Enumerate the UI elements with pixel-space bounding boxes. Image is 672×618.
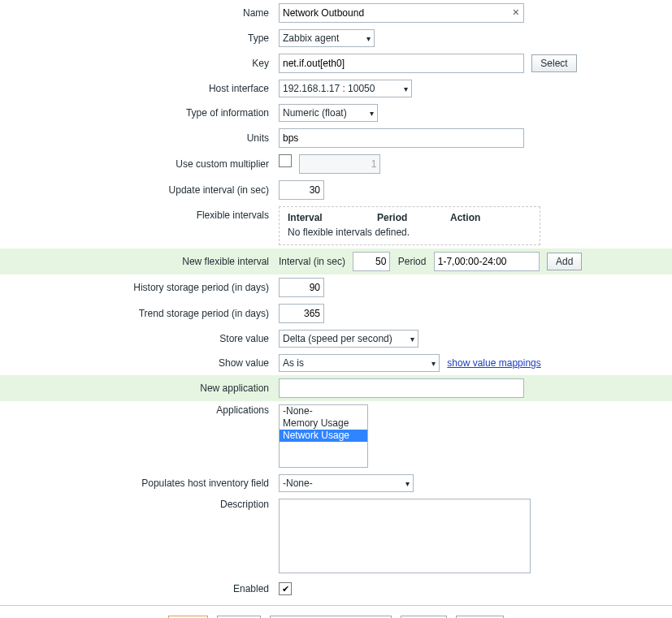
key-label: Key [0, 50, 274, 76]
name-label: Name [0, 0, 274, 26]
chevron-down-icon: ▾ [370, 109, 374, 118]
host-interface-value: 192.168.1.17 : 10050 [283, 83, 375, 94]
populates-inventory-label: Populates host inventory field [0, 471, 274, 495]
description-label: Description [0, 495, 274, 579]
type-of-information-label: Type of information [0, 101, 274, 125]
separator [0, 605, 672, 606]
key-input[interactable] [279, 54, 524, 73]
new-application-label: New application [0, 375, 274, 401]
populates-inventory-select[interactable]: -None- ▾ [279, 474, 414, 492]
use-custom-multiplier-label: Use custom multiplier [0, 151, 274, 177]
applications-option[interactable]: -None- [280, 405, 367, 417]
use-custom-multiplier-checkbox[interactable] [279, 154, 292, 167]
store-value-value: Delta (speed per second) [283, 333, 392, 344]
update-interval-input[interactable] [279, 180, 324, 200]
show-value-mappings-link[interactable]: show value mappings [447, 357, 540, 369]
chevron-down-icon: ▾ [405, 479, 410, 488]
trend-storage-label: Trend storage period (in days) [0, 300, 274, 326]
host-interface-label: Host interface [0, 76, 274, 101]
type-of-information-select[interactable]: Numeric (float) ▾ [279, 104, 378, 122]
store-value-select[interactable]: Delta (speed per second) ▾ [279, 330, 418, 348]
name-input[interactable] [279, 3, 524, 23]
trend-storage-input[interactable] [279, 304, 324, 323]
chevron-down-icon: ▾ [431, 359, 436, 368]
flex-header-action: Action [450, 212, 507, 223]
type-of-information-value: Numeric (float) [283, 107, 347, 119]
type-select[interactable]: Zabbix agent ▾ [279, 29, 375, 47]
type-select-value: Zabbix agent [283, 32, 339, 44]
populates-inventory-value: -None- [283, 478, 313, 489]
applications-option-selected[interactable]: Network Usage [280, 430, 367, 442]
flex-header-interval: Interval [288, 212, 377, 223]
history-storage-label: History storage period (in days) [0, 274, 274, 300]
show-value-label: Show value [0, 351, 274, 375]
store-value-label: Store value [0, 326, 274, 351]
type-label: Type [0, 26, 274, 50]
footer-buttons: Save Clone Clear history and trends Dele… [0, 611, 672, 618]
applications-label: Applications [0, 401, 274, 471]
new-flex-period-label: Period [398, 256, 427, 267]
add-flex-interval-button[interactable]: Add [547, 253, 582, 270]
flex-empty-message: No flexible intervals defined. [288, 227, 531, 238]
units-input[interactable] [279, 128, 524, 148]
show-value-value: As is [283, 357, 304, 369]
history-storage-input[interactable] [279, 278, 324, 297]
show-value-select[interactable]: As is ▾ [279, 354, 440, 372]
flexible-intervals-box: Interval Period Action No flexible inter… [279, 206, 540, 245]
chevron-down-icon: ▾ [366, 34, 371, 43]
new-flex-interval-label: Interval (in sec) [279, 256, 345, 267]
new-flex-interval-input[interactable] [353, 252, 390, 271]
host-interface-select[interactable]: 192.168.1.17 : 10050 ▾ [279, 80, 412, 97]
chevron-down-icon: ▾ [404, 84, 408, 93]
update-interval-label: Update interval (in sec) [0, 177, 274, 203]
enabled-checkbox[interactable] [279, 582, 292, 595]
new-application-input[interactable] [279, 378, 524, 398]
units-label: Units [0, 125, 274, 151]
select-key-button[interactable]: Select [531, 54, 576, 72]
new-flex-period-input[interactable] [434, 252, 540, 271]
new-flexible-interval-label: New flexible interval [0, 248, 274, 274]
chevron-down-icon: ▾ [410, 335, 414, 344]
enabled-label: Enabled [0, 579, 274, 599]
flex-header-period: Period [377, 212, 450, 223]
flexible-intervals-label: Flexible intervals [0, 203, 274, 248]
applications-listbox[interactable]: -None- Memory Usage Network Usage [279, 404, 368, 468]
applications-option[interactable]: Memory Usage [280, 417, 367, 430]
description-textarea[interactable] [279, 499, 531, 573]
custom-multiplier-input[interactable] [299, 154, 380, 174]
clear-name-icon[interactable]: × [513, 6, 519, 19]
